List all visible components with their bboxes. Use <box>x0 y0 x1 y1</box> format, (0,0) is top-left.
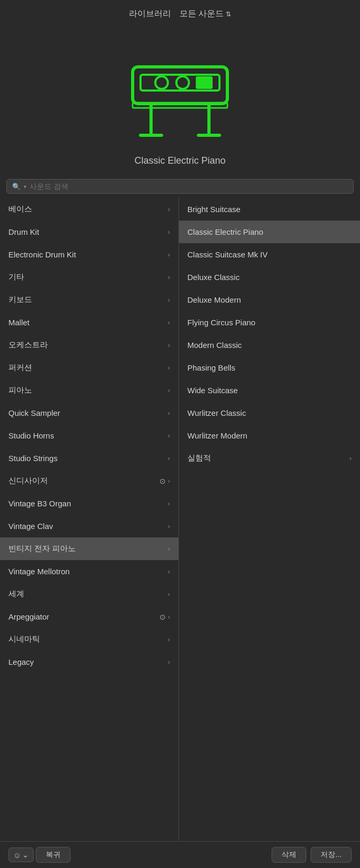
left-list-item[interactable]: 빈티지 전자 피아노› <box>0 537 178 560</box>
chevron-right-icon: › <box>168 500 170 507</box>
item-icons: › <box>168 409 170 417</box>
right-item-label: 실험적 <box>187 453 211 463</box>
instrument-preview: Classic Electric Piano <box>0 25 360 175</box>
left-list-item[interactable]: Legacy› <box>0 651 178 673</box>
right-item-label: Bright Suitcase <box>187 205 241 214</box>
footer-right: 삭제 저장... <box>272 847 352 863</box>
sounds-dropdown[interactable]: 모든 사운드 ⇅ <box>179 8 231 19</box>
save-button[interactable]: 저장... <box>311 847 352 863</box>
left-list-item[interactable]: 시네마틱› <box>0 628 178 651</box>
left-panel: 베이스›Drum Kit›Electronic Drum Kit›기타›키보드›… <box>0 198 179 841</box>
chevron-right-icon: › <box>168 545 170 553</box>
left-list-item[interactable]: Studio Horns› <box>0 424 178 447</box>
dropdown-label: 모든 사운드 <box>179 8 224 19</box>
left-item-label: Arpeggiator <box>8 612 159 621</box>
left-item-label: 빈티지 전자 피아노 <box>8 544 168 554</box>
header: 라이브러리 모든 사운드 ⇅ <box>0 0 360 25</box>
right-panel: Bright SuitcaseClassic Electric PianoCla… <box>179 198 360 841</box>
left-list-item[interactable]: Quick Sampler› <box>0 402 178 424</box>
footer-left: ☺ ⌄ 복귀 <box>8 847 71 863</box>
left-list-item[interactable]: Vintage Mellotron› <box>0 560 178 583</box>
right-list-item[interactable]: Deluxe Modern <box>179 288 360 311</box>
chevron-right-icon: › <box>168 432 170 440</box>
left-list-item[interactable]: 기타› <box>0 266 178 288</box>
right-item-label: Modern Classic <box>187 341 242 350</box>
chevron-right-icon: › <box>168 567 170 575</box>
left-list-item[interactable]: 오케스트라› <box>0 334 178 356</box>
item-icons: › <box>168 205 170 213</box>
left-list-item[interactable]: Studio Strings› <box>0 447 178 470</box>
item-icons: › <box>168 273 170 281</box>
left-list-item[interactable]: 신디사이저⊙› <box>0 470 178 492</box>
left-list-item[interactable]: 퍼커션› <box>0 356 178 379</box>
item-icons: › <box>168 364 170 372</box>
left-item-label: 기타 <box>8 272 168 282</box>
right-list-item[interactable]: Flying Circus Piano <box>179 311 360 334</box>
item-icons: › <box>168 318 170 326</box>
chevron-right-icon: › <box>168 658 170 666</box>
item-icons: › <box>168 454 170 462</box>
left-item-label: Quick Sampler <box>8 408 168 417</box>
left-item-label: Mallet <box>8 318 168 327</box>
left-list-item[interactable]: Vintage Clav› <box>0 515 178 537</box>
right-list-item[interactable]: Wurlitzer Classic <box>179 402 360 424</box>
search-bar: 🔍 ▾ <box>0 175 360 198</box>
left-item-label: 베이스 <box>8 204 168 214</box>
left-list-item[interactable]: Arpeggiator⊙› <box>0 605 178 628</box>
item-icons: › <box>168 341 170 349</box>
chevron-right-icon: › <box>168 409 170 417</box>
search-input[interactable] <box>29 182 348 191</box>
right-list-item[interactable]: Phasing Bells <box>179 356 360 379</box>
chevron-down-icon: ⌄ <box>22 850 29 860</box>
left-list-item[interactable]: Drum Kit› <box>0 221 178 243</box>
item-icons: ⊙› <box>159 613 170 621</box>
left-list-item[interactable]: 베이스› <box>0 198 178 221</box>
restore-button[interactable]: 복귀 <box>36 847 71 863</box>
chevron-right-icon: › <box>168 205 170 213</box>
right-list-item[interactable]: Classic Electric Piano <box>179 221 360 243</box>
search-icon: 🔍 <box>12 183 21 191</box>
left-list-item[interactable]: Mallet› <box>0 311 178 334</box>
left-list-item[interactable]: Electronic Drum Kit› <box>0 243 178 266</box>
left-item-label: Legacy <box>8 657 168 666</box>
left-list-item[interactable]: 피아노› <box>0 379 178 402</box>
search-dropdown-icon: ▾ <box>24 184 26 189</box>
svg-rect-0 <box>133 67 227 104</box>
right-list-item[interactable]: Modern Classic <box>179 334 360 356</box>
item-icons: ⊙› <box>159 477 170 485</box>
item-icons: › <box>168 658 170 666</box>
svg-point-3 <box>176 76 189 89</box>
search-input-wrapper[interactable]: 🔍 ▾ <box>6 179 354 194</box>
left-item-label: Electronic Drum Kit <box>8 250 168 259</box>
right-list-item[interactable]: Bright Suitcase <box>179 198 360 221</box>
delete-button[interactable]: 삭제 <box>272 847 306 863</box>
left-item-label: 피아노 <box>8 385 168 395</box>
chevron-right-icon: › <box>168 613 170 621</box>
chevron-right-icon: › <box>168 364 170 372</box>
right-list-item[interactable]: Wide Suitcase <box>179 379 360 402</box>
right-list-item[interactable]: Wurlitzer Modern <box>179 424 360 447</box>
item-icons: › <box>168 432 170 440</box>
right-item-label: Deluxe Classic <box>187 273 239 282</box>
svg-rect-4 <box>196 76 213 89</box>
left-item-label: Vintage Clav <box>8 522 168 531</box>
item-icons: › <box>168 590 170 598</box>
left-item-label: Studio Strings <box>8 454 168 463</box>
right-item-label: Phasing Bells <box>187 363 235 372</box>
left-item-label: 시네마틱 <box>8 634 168 644</box>
chevron-right-icon: › <box>168 228 170 236</box>
right-list-item[interactable]: Deluxe Classic <box>179 266 360 288</box>
dropdown-chevron-icon: ⇅ <box>226 11 231 18</box>
left-list-item[interactable]: Vintage B3 Organ› <box>0 492 178 515</box>
left-list-item[interactable]: 키보드› <box>0 288 178 311</box>
right-list-item[interactable]: 실험적› <box>179 447 360 470</box>
svg-point-2 <box>155 76 168 89</box>
right-item-label: Flying Circus Piano <box>187 318 255 327</box>
right-item-label: Deluxe Modern <box>187 295 241 304</box>
chevron-right-icon: › <box>168 635 170 643</box>
smiley-button[interactable]: ☺ ⌄ <box>8 847 34 862</box>
right-item-label: Wurlitzer Modern <box>187 431 247 440</box>
item-icons: › <box>168 386 170 394</box>
right-list-item[interactable]: Classic Suitcase Mk IV <box>179 243 360 266</box>
left-list-item[interactable]: 세계› <box>0 583 178 605</box>
